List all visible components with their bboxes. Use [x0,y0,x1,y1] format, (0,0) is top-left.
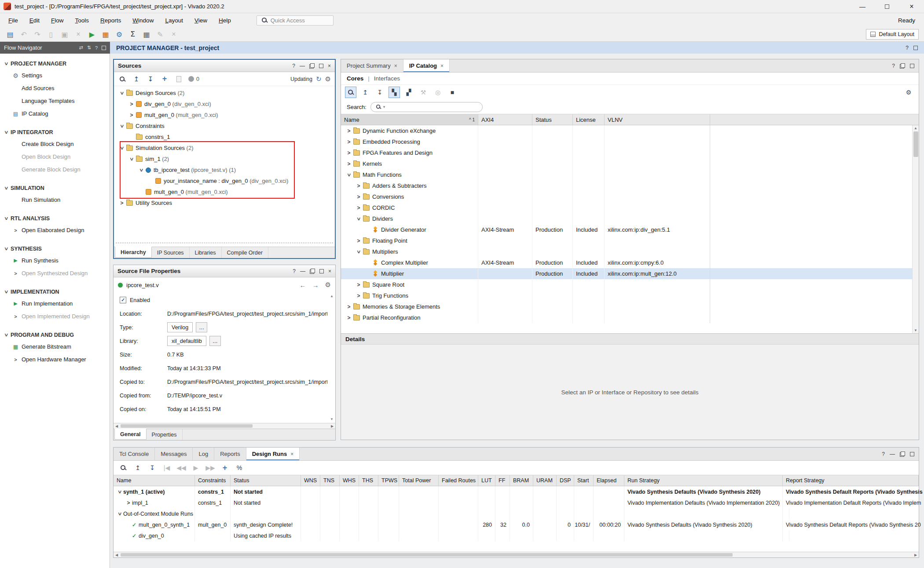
search-icon[interactable] [345,87,356,98]
tree-item-constrs-1[interactable]: >constrs_1 [114,131,335,142]
catalog-row-adders-subtracters[interactable]: >Adders & Subtracters [341,180,919,191]
search-icon[interactable] [117,462,129,473]
maximize-icon[interactable] [319,64,323,68]
toggle-view-icon[interactable]: ⇄ [79,45,83,51]
help-icon[interactable]: ? [95,45,98,51]
tree-item-tb-ipcore-test[interactable]: >tb_ipcore_test (ipcore_test.v) (1) [114,164,335,175]
column-header-constraints[interactable]: Constraints [195,475,231,486]
menu-edit[interactable]: Edit [24,15,45,26]
section-header-project-manager[interactable]: >PROJECT MANAGER [0,58,110,69]
chevron-down-icon[interactable]: > [117,510,123,517]
tab-design-runs[interactable]: Design Runs× [246,448,300,460]
section-header-implementation[interactable]: >IMPLEMENTATION [0,286,110,297]
copy-icon[interactable]: ▯ [45,29,57,40]
run-row-impl-1[interactable]: >impl_1constrs_1Not startedVivado Implem… [114,497,919,508]
run-row-mult-gen-0-synth-1[interactable]: >✓mult_gen_0_synth_1mult_gen_0synth_desi… [114,519,919,530]
catalog-row-multipliers[interactable]: >Multipliers [341,246,919,257]
minimize-icon[interactable]: — [300,63,305,69]
chevron-right-icon[interactable]: > [345,304,352,310]
help-icon[interactable]: ? [906,45,909,51]
section-header-simulation[interactable]: >SIMULATION [0,182,110,193]
catalog-row-dynamic-function-exchange[interactable]: >Dynamic Function eXchange [341,125,919,136]
scrollbar-thumb[interactable] [913,131,918,157]
chevron-right-icon[interactable]: > [345,315,352,321]
column-header-axi4[interactable]: AXI4 [478,114,532,125]
browse-button[interactable]: … [209,336,221,346]
scroll-right-icon[interactable]: ▶ [913,553,919,557]
chevron-down-icon[interactable]: > [3,288,9,295]
section-header-synthesis[interactable]: >SYNTHESIS [0,243,110,254]
refresh-icon[interactable]: ↻ [316,75,322,83]
chevron-right-icon[interactable]: > [355,183,362,189]
chevron-down-icon[interactable]: > [3,245,9,252]
column-header-whs[interactable]: WHS [340,475,359,486]
catalog-row-floating-point[interactable]: >Floating Point [341,235,919,246]
chevron-right-icon[interactable]: > [355,205,362,211]
column-header-tpws[interactable]: TPWS [378,475,399,486]
help-icon[interactable]: ? [292,63,295,69]
tree-item-your-instance-name-div-gen-0[interactable]: >your_instance_name : div_gen_0 (div_gen… [114,175,335,186]
column-header-vlnv[interactable]: VLNV [605,114,710,125]
catalog-row-fpga-features-and-design[interactable]: >FPGA Features and Design [341,147,919,158]
flownav-generate-bitstream[interactable]: ▦Generate Bitstream [0,340,110,353]
scrollbar-thumb[interactable] [121,553,733,557]
settings-icon[interactable]: ⚙ [325,281,331,289]
close-icon[interactable]: × [328,268,331,274]
tree-item-mult-gen-0[interactable]: >mult_gen_0 (mult_gen_0.xci) [114,109,335,120]
tab-log[interactable]: Log [193,448,214,460]
enabled-checkbox[interactable]: ✓ [120,297,126,303]
section-header-program-and-debug[interactable]: >PROGRAM AND DEBUG [0,329,110,340]
horizontal-scrollbar[interactable]: ◀ ▶ [114,552,919,557]
library-input[interactable]: xil_defaultlib [167,336,206,346]
flownav-run-synthesis[interactable]: ▶Run Synthesis [0,254,110,267]
ip-properties-icon[interactable]: ■ [447,87,458,98]
catalog-row-cordic[interactable]: >CORDIC [341,202,919,213]
column-header-failed-routes[interactable]: Failed Routes [439,475,478,486]
splitter-handle[interactable] [116,243,333,243]
customize-ip-icon[interactable]: ⚒ [418,87,429,98]
forward-icon[interactable]: → [312,281,319,289]
chevron-right-icon[interactable]: > [345,139,352,145]
run-row-out-of-context-module-runs[interactable]: >Out-of-Context Module Runs [114,508,919,519]
menu-file[interactable]: File [3,15,24,26]
column-header-status[interactable]: Status [532,114,573,125]
catalog-row-math-functions[interactable]: >Math Functions [341,169,919,180]
column-header-wns[interactable]: WNS [301,475,320,486]
blocks-icon[interactable]: ▦ [100,29,111,40]
scroll-right-icon[interactable]: ▶ [329,424,335,428]
chevron-down-icon[interactable]: > [356,215,362,222]
close-tab-icon[interactable]: × [440,63,444,69]
flownav-open-elaborated-design[interactable]: >Open Elaborated Design [0,224,110,237]
collapse-header-icon[interactable] [913,46,918,50]
hierarchy-view-icon[interactable]: ▞ [403,87,414,98]
settings-icon[interactable]: ⚙ [903,87,914,98]
flownav-create-block-design[interactable]: Create Block Design [0,138,110,150]
tab-compile-order[interactable]: Compile Order [222,247,268,258]
maximize-icon[interactable] [910,452,914,456]
column-header-status[interactable]: Status [231,475,301,486]
catalog-row-square-root[interactable]: >Square Root [341,279,919,290]
close-icon[interactable]: × [328,63,331,69]
minimize-icon[interactable]: — [890,451,895,457]
chevron-down-icon[interactable]: > [3,185,9,192]
expand-all-icon[interactable]: ↧ [147,462,158,473]
column-header-uram[interactable]: URAM [533,475,557,486]
tab-libraries[interactable]: Libraries [190,247,222,258]
chevron-down-icon[interactable]: > [119,90,125,97]
step-forward-icon[interactable]: ▶▶ [205,462,216,473]
tab-hierarchy[interactable]: Hierarchy [115,247,152,258]
column-header-dsp[interactable]: DSP [557,475,574,486]
collapse-all-icon[interactable]: ↥ [132,75,141,84]
layout-selector[interactable]: Default Layout [866,29,919,40]
chevron-down-icon[interactable]: > [346,171,352,178]
tab-reports[interactable]: Reports [214,448,246,460]
column-header-name[interactable]: Name [114,475,195,486]
tab-tcl-console[interactable]: Tcl Console [114,448,155,460]
delete-icon[interactable]: × [73,29,84,40]
chevron-down-icon[interactable]: > [138,167,144,174]
cancel-icon[interactable]: × [168,29,180,40]
cores-view-link[interactable]: Cores [347,75,363,82]
column-header-bram[interactable]: BRAM [510,475,533,486]
add-sources-icon[interactable]: + [160,75,169,84]
run-row-synth-1[interactable]: >synth_1 (active)constrs_1Not startedViv… [114,486,919,497]
